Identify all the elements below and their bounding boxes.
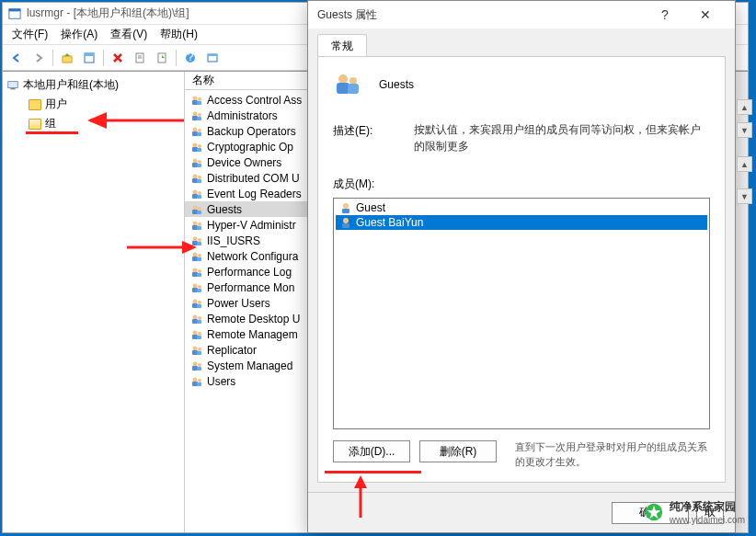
- tree-panel: 本地用户和组(本地) 用户 组: [3, 72, 185, 532]
- help-button[interactable]: ?: [180, 48, 200, 68]
- properties-button[interactable]: [79, 48, 99, 68]
- svg-point-45: [198, 207, 201, 211]
- group-icon: [190, 250, 203, 263]
- tree-users[interactable]: 用户: [3, 95, 184, 114]
- watermark-text: 纯净系统家园 www.yidaimei.com: [670, 499, 745, 525]
- group-icon: [190, 109, 203, 122]
- description-label: 描述(E):: [333, 121, 384, 154]
- svg-rect-74: [197, 320, 201, 324]
- scroll-down-icon[interactable]: ▼: [737, 188, 752, 204]
- list-item-label: Network Configura: [207, 250, 298, 263]
- svg-point-69: [198, 301, 201, 304]
- help-button[interactable]: ?: [645, 2, 685, 28]
- svg-point-97: [343, 218, 349, 223]
- annotation-underline: [26, 131, 78, 134]
- toolbar-separator: [103, 50, 104, 66]
- svg-point-55: [193, 252, 198, 257]
- svg-rect-58: [197, 257, 201, 261]
- scroll-down-icon[interactable]: ▼: [737, 122, 752, 138]
- svg-point-95: [343, 203, 349, 209]
- button-row: 添加(D)... 删除(R) 直到下一次用户登录时对用户的组成员关系的更改才生效…: [333, 440, 710, 469]
- svg-point-17: [198, 97, 201, 101]
- tree-root-label: 本地用户和组(本地): [23, 77, 119, 93]
- forward-button[interactable]: [29, 48, 49, 68]
- members-listbox[interactable]: GuestGuest BaiYun: [333, 198, 710, 429]
- svg-point-67: [193, 299, 198, 303]
- list-item-label: Event Log Readers: [207, 188, 302, 200]
- svg-point-37: [198, 176, 201, 179]
- group-header: Guests: [333, 70, 710, 99]
- add-button[interactable]: 添加(D)...: [333, 440, 410, 462]
- menu-view[interactable]: 查看(V): [105, 25, 153, 44]
- group-icon: [190, 188, 203, 200]
- annotation-underline: [325, 471, 421, 473]
- delete-button[interactable]: [108, 48, 128, 68]
- svg-rect-38: [197, 179, 201, 183]
- group-icon: [190, 359, 203, 372]
- list-item-label: Cryptographic Op: [207, 141, 293, 154]
- dialog-title: Guests 属性: [317, 7, 645, 23]
- svg-point-61: [198, 269, 201, 273]
- member-item[interactable]: Guest BaiYun: [336, 215, 707, 230]
- list-item-label: Performance Mon: [207, 281, 294, 294]
- svg-rect-2: [63, 56, 72, 63]
- group-icon: [190, 172, 203, 185]
- svg-rect-66: [197, 289, 201, 292]
- svg-point-59: [193, 268, 198, 272]
- back-button[interactable]: [6, 48, 27, 68]
- dialog-title-bar: Guests 属性 ? ✕: [308, 1, 735, 29]
- scroll-up-icon[interactable]: ▲: [737, 99, 752, 115]
- folder-icon: [29, 119, 41, 130]
- svg-point-51: [193, 236, 198, 241]
- svg-rect-70: [197, 304, 201, 308]
- tree-root[interactable]: 本地用户和组(本地): [3, 75, 184, 95]
- list-item-label: Users: [207, 375, 235, 388]
- scrollbar[interactable]: ▲ ▼: [737, 99, 752, 138]
- watermark-icon: [644, 502, 664, 522]
- group-icon: [190, 234, 203, 247]
- tree-users-label: 用户: [45, 97, 67, 112]
- list-item-label: Performance Log: [207, 266, 292, 279]
- svg-rect-92: [337, 83, 349, 94]
- scroll-up-icon[interactable]: ▲: [737, 156, 752, 172]
- menu-help[interactable]: 帮助(H): [155, 25, 203, 44]
- group-icon: [190, 125, 203, 138]
- group-name: Guests: [379, 78, 414, 91]
- scrollbar[interactable]: ▲ ▼: [737, 156, 752, 204]
- svg-point-39: [193, 189, 198, 194]
- svg-point-79: [193, 346, 198, 350]
- member-label: Guest BaiYun: [356, 216, 423, 229]
- list-item-label: IIS_IUSRS: [207, 234, 260, 247]
- group-icon: [333, 70, 362, 99]
- remove-button[interactable]: 删除(R): [419, 440, 497, 462]
- computer-icon: [6, 79, 19, 92]
- svg-point-77: [198, 332, 201, 336]
- member-item[interactable]: Guest: [336, 200, 707, 215]
- svg-rect-54: [197, 242, 201, 245]
- tree-groups[interactable]: 组: [3, 114, 184, 133]
- export-button[interactable]: [152, 48, 172, 68]
- refresh-button[interactable]: [130, 48, 150, 68]
- list-item-label: Power Users: [207, 297, 270, 310]
- menu-action[interactable]: 操作(A): [55, 25, 103, 44]
- list-item-label: Replicator: [207, 344, 257, 357]
- svg-rect-26: [197, 132, 201, 136]
- group-icon: [190, 203, 203, 216]
- description-text[interactable]: 按默认值，来宾跟用户组的成员有同等访问权，但来宾帐户的限制更多: [414, 121, 710, 154]
- tab-general[interactable]: 常规: [317, 34, 367, 56]
- svg-rect-4: [85, 53, 94, 56]
- toolbar-separator: [176, 50, 177, 66]
- svg-point-41: [198, 191, 201, 195]
- menu-file[interactable]: 文件(F): [6, 25, 53, 44]
- close-button[interactable]: ✕: [685, 2, 726, 28]
- svg-point-83: [193, 361, 198, 366]
- view-button[interactable]: [202, 48, 223, 68]
- svg-point-31: [193, 158, 198, 163]
- up-button[interactable]: [57, 48, 77, 68]
- group-icon: [190, 266, 203, 279]
- svg-point-27: [193, 143, 198, 147]
- svg-point-25: [198, 129, 201, 132]
- svg-point-71: [193, 314, 198, 319]
- group-icon: [190, 281, 203, 294]
- svg-rect-30: [197, 148, 201, 152]
